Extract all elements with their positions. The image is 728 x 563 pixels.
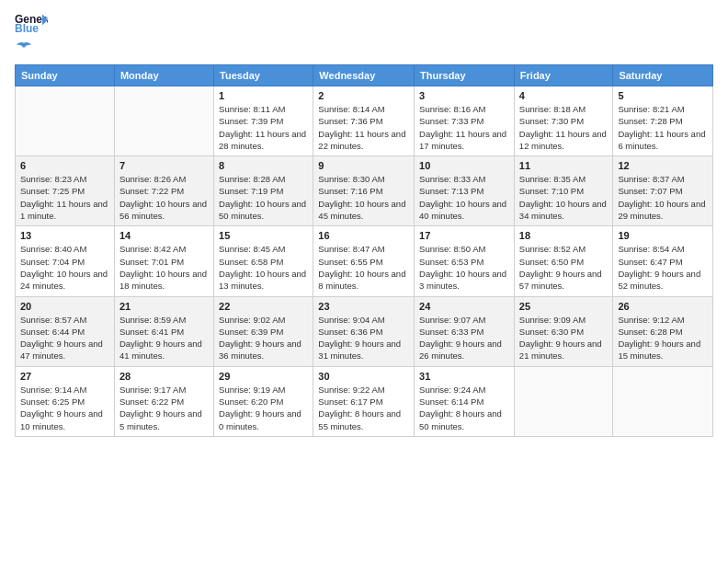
calendar-cell [613, 366, 713, 436]
weekday-friday: Friday [514, 65, 613, 86]
page: General Blue SundayMondayTuesdayWednesda… [0, 0, 728, 563]
day-info: Sunrise: 8:47 AM Sunset: 6:55 PM Dayligh… [318, 243, 409, 292]
day-info: Sunrise: 8:35 AM Sunset: 7:10 PM Dayligh… [519, 173, 609, 222]
day-number: 15 [219, 230, 308, 241]
calendar-cell: 3Sunrise: 8:16 AM Sunset: 7:33 PM Daylig… [415, 86, 515, 156]
day-number: 7 [119, 160, 209, 171]
day-number: 9 [318, 160, 409, 171]
day-info: Sunrise: 8:21 AM Sunset: 7:28 PM Dayligh… [618, 103, 708, 152]
weekday-tuesday: Tuesday [214, 65, 313, 86]
day-number: 30 [318, 371, 409, 382]
day-number: 8 [219, 160, 308, 171]
day-number: 11 [519, 160, 609, 171]
calendar-cell: 1Sunrise: 8:11 AM Sunset: 7:39 PM Daylig… [214, 86, 313, 156]
calendar-header: SundayMondayTuesdayWednesdayThursdayFrid… [16, 65, 713, 86]
day-info: Sunrise: 8:54 AM Sunset: 6:47 PM Dayligh… [618, 243, 708, 292]
logo-icon: General Blue [15, 11, 48, 37]
day-number: 6 [20, 160, 109, 171]
logo-bird-icon [16, 40, 32, 57]
calendar-cell [514, 366, 613, 436]
calendar-cell: 5Sunrise: 8:21 AM Sunset: 7:28 PM Daylig… [613, 86, 713, 156]
weekday-saturday: Saturday [613, 65, 713, 86]
day-info: Sunrise: 9:24 AM Sunset: 6:14 PM Dayligh… [419, 384, 509, 432]
day-number: 17 [419, 230, 509, 241]
day-number: 12 [618, 160, 708, 171]
day-info: Sunrise: 9:07 AM Sunset: 6:33 PM Dayligh… [419, 314, 509, 362]
day-info: Sunrise: 9:22 AM Sunset: 6:17 PM Dayligh… [318, 384, 409, 432]
calendar-cell: 18Sunrise: 8:52 AM Sunset: 6:50 PM Dayli… [514, 226, 613, 296]
calendar-cell: 11Sunrise: 8:35 AM Sunset: 7:10 PM Dayli… [514, 156, 613, 226]
day-info: Sunrise: 8:18 AM Sunset: 7:30 PM Dayligh… [519, 103, 609, 152]
calendar-cell: 19Sunrise: 8:54 AM Sunset: 6:47 PM Dayli… [613, 226, 713, 296]
weekday-header-row: SundayMondayTuesdayWednesdayThursdayFrid… [16, 65, 713, 86]
calendar-cell: 28Sunrise: 9:17 AM Sunset: 6:22 PM Dayli… [114, 366, 213, 436]
calendar-cell: 17Sunrise: 8:50 AM Sunset: 6:53 PM Dayli… [415, 226, 515, 296]
day-info: Sunrise: 8:45 AM Sunset: 6:58 PM Dayligh… [219, 243, 308, 292]
day-number: 23 [318, 301, 409, 312]
day-number: 10 [419, 160, 509, 171]
day-number: 1 [219, 90, 308, 101]
calendar-cell: 12Sunrise: 8:37 AM Sunset: 7:07 PM Dayli… [613, 156, 713, 226]
header: General Blue [15, 11, 713, 57]
calendar-cell: 13Sunrise: 8:40 AM Sunset: 7:04 PM Dayli… [16, 226, 115, 296]
calendar-cell: 8Sunrise: 8:28 AM Sunset: 7:19 PM Daylig… [214, 156, 313, 226]
day-number: 16 [318, 230, 409, 241]
weekday-monday: Monday [114, 65, 213, 86]
logo: General Blue [15, 11, 48, 57]
calendar-cell: 22Sunrise: 9:02 AM Sunset: 6:39 PM Dayli… [214, 296, 313, 366]
calendar-cell: 31Sunrise: 9:24 AM Sunset: 6:14 PM Dayli… [415, 366, 515, 436]
day-number: 26 [618, 301, 708, 312]
calendar-cell [114, 86, 213, 156]
day-info: Sunrise: 9:12 AM Sunset: 6:28 PM Dayligh… [618, 314, 708, 362]
day-number: 31 [419, 371, 509, 382]
calendar-week-1: 1Sunrise: 8:11 AM Sunset: 7:39 PM Daylig… [16, 86, 713, 156]
day-number: 21 [119, 301, 209, 312]
day-info: Sunrise: 8:23 AM Sunset: 7:25 PM Dayligh… [20, 173, 109, 222]
calendar-cell [16, 86, 115, 156]
day-info: Sunrise: 8:14 AM Sunset: 7:36 PM Dayligh… [318, 103, 409, 152]
calendar-cell: 7Sunrise: 8:26 AM Sunset: 7:22 PM Daylig… [114, 156, 213, 226]
day-info: Sunrise: 9:02 AM Sunset: 6:39 PM Dayligh… [219, 314, 308, 362]
day-info: Sunrise: 8:42 AM Sunset: 7:01 PM Dayligh… [119, 243, 209, 292]
calendar-cell: 2Sunrise: 8:14 AM Sunset: 7:36 PM Daylig… [313, 86, 415, 156]
calendar-table: SundayMondayTuesdayWednesdayThursdayFrid… [15, 64, 713, 437]
day-info: Sunrise: 8:33 AM Sunset: 7:13 PM Dayligh… [419, 173, 509, 222]
calendar-cell: 9Sunrise: 8:30 AM Sunset: 7:16 PM Daylig… [313, 156, 415, 226]
day-info: Sunrise: 9:09 AM Sunset: 6:30 PM Dayligh… [519, 314, 609, 362]
day-number: 28 [119, 371, 209, 382]
calendar-cell: 15Sunrise: 8:45 AM Sunset: 6:58 PM Dayli… [214, 226, 313, 296]
day-info: Sunrise: 8:40 AM Sunset: 7:04 PM Dayligh… [20, 243, 109, 292]
calendar-cell: 27Sunrise: 9:14 AM Sunset: 6:25 PM Dayli… [16, 366, 115, 436]
calendar-body: 1Sunrise: 8:11 AM Sunset: 7:39 PM Daylig… [16, 86, 713, 437]
day-info: Sunrise: 8:16 AM Sunset: 7:33 PM Dayligh… [419, 103, 509, 152]
day-info: Sunrise: 8:30 AM Sunset: 7:16 PM Dayligh… [318, 173, 409, 222]
day-info: Sunrise: 9:04 AM Sunset: 6:36 PM Dayligh… [318, 314, 409, 362]
calendar-cell: 30Sunrise: 9:22 AM Sunset: 6:17 PM Dayli… [313, 366, 415, 436]
calendar-cell: 14Sunrise: 8:42 AM Sunset: 7:01 PM Dayli… [114, 226, 213, 296]
calendar-cell: 20Sunrise: 8:57 AM Sunset: 6:44 PM Dayli… [16, 296, 115, 366]
calendar-cell: 10Sunrise: 8:33 AM Sunset: 7:13 PM Dayli… [415, 156, 515, 226]
day-number: 2 [318, 90, 409, 101]
weekday-wednesday: Wednesday [313, 65, 415, 86]
calendar-cell: 24Sunrise: 9:07 AM Sunset: 6:33 PM Dayli… [415, 296, 515, 366]
calendar-cell: 16Sunrise: 8:47 AM Sunset: 6:55 PM Dayli… [313, 226, 415, 296]
weekday-thursday: Thursday [415, 65, 515, 86]
day-number: 3 [419, 90, 509, 101]
day-number: 29 [219, 371, 308, 382]
day-number: 25 [519, 301, 609, 312]
day-info: Sunrise: 9:19 AM Sunset: 6:20 PM Dayligh… [219, 384, 308, 432]
calendar-week-4: 20Sunrise: 8:57 AM Sunset: 6:44 PM Dayli… [16, 296, 713, 366]
day-info: Sunrise: 8:28 AM Sunset: 7:19 PM Dayligh… [219, 173, 308, 222]
day-number: 4 [519, 90, 609, 101]
day-info: Sunrise: 8:57 AM Sunset: 6:44 PM Dayligh… [20, 314, 109, 362]
day-info: Sunrise: 8:52 AM Sunset: 6:50 PM Dayligh… [519, 243, 609, 292]
day-number: 19 [618, 230, 708, 241]
svg-text:Blue: Blue [15, 22, 39, 35]
weekday-sunday: Sunday [16, 65, 115, 86]
day-info: Sunrise: 9:14 AM Sunset: 6:25 PM Dayligh… [20, 384, 109, 432]
day-info: Sunrise: 8:59 AM Sunset: 6:41 PM Dayligh… [119, 314, 209, 362]
calendar-cell: 6Sunrise: 8:23 AM Sunset: 7:25 PM Daylig… [16, 156, 115, 226]
calendar-week-5: 27Sunrise: 9:14 AM Sunset: 6:25 PM Dayli… [16, 366, 713, 436]
day-number: 18 [519, 230, 609, 241]
day-number: 24 [419, 301, 509, 312]
